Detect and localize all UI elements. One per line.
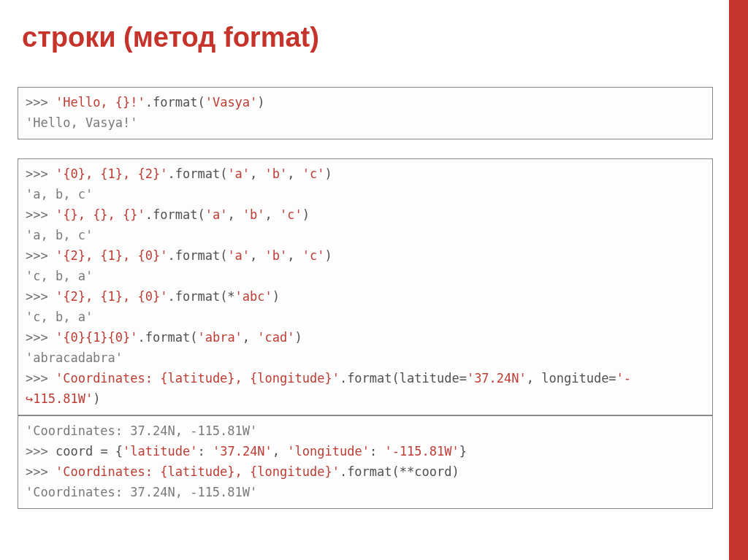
code-text: , <box>287 166 302 181</box>
code-text: , <box>250 248 264 263</box>
code-line: >>> '{0}, {1}, {2}'.format('a', 'b', 'c'… <box>26 164 705 184</box>
code-text: : <box>370 444 384 459</box>
code-string: 'Vasya' <box>205 95 258 110</box>
repl-prompt: >>> <box>26 330 56 345</box>
code-string: '{2}, {1}, {0}' <box>56 248 168 263</box>
code-text: .format( <box>138 330 198 345</box>
code-output: 'a, b, c' <box>26 225 705 245</box>
code-output: 'Coordinates: 37.24N, -115.81W' <box>26 421 705 441</box>
code-line: >>> 'Coordinates: {latitude}, {longitude… <box>26 461 705 482</box>
code-text: { <box>115 444 123 459</box>
code-output: 'Coordinates: 37.24N, -115.81W' <box>26 482 705 502</box>
code-string: 'abc' <box>235 289 272 304</box>
slide-content: строки (метод format) >>> 'Hello, {}!'.f… <box>0 0 748 509</box>
code-text: .format( <box>145 207 205 222</box>
code-text: ) <box>257 95 264 110</box>
code-string: '{0}{1}{0}' <box>56 330 138 345</box>
code-line: >>> 'Coordinates: {latitude}, {longitude… <box>26 368 705 388</box>
repl-prompt: >>> <box>26 444 56 459</box>
code-string: 'Hello, {}!' <box>56 95 145 110</box>
code-output: 'c, b, a' <box>26 266 705 286</box>
code-text: .format(* <box>167 289 234 304</box>
code-box-1: >>> 'Hello, {}!'.format('Vasya') 'Hello,… <box>18 87 713 139</box>
repl-prompt: >>> <box>26 464 56 479</box>
code-string: '{2}, {1}, {0}' <box>56 289 168 304</box>
code-string: 'c' <box>302 248 325 263</box>
code-string: '-115.81W' <box>384 444 459 459</box>
code-box-2: >>> '{0}, {1}, {2}'.format('a', 'b', 'c'… <box>18 158 713 415</box>
code-line: ↪115.81W') <box>26 388 705 409</box>
repl-prompt: >>> <box>26 248 56 263</box>
code-text: ) <box>302 207 310 222</box>
code-text: , <box>272 444 287 459</box>
code-text: .format( <box>167 166 227 181</box>
code-string: 'longitude' <box>287 444 370 459</box>
code-line: >>> coord = {'latitude': '37.24N', 'long… <box>26 441 705 461</box>
code-text: .format(**coord) <box>340 464 459 479</box>
accent-sidebar <box>729 0 748 560</box>
code-output: 'abracadabra' <box>26 348 705 368</box>
repl-prompt: >>> <box>26 371 56 386</box>
code-string: '37.24N' <box>467 371 527 386</box>
repl-prompt: >>> <box>26 95 56 110</box>
slide-title: строки (метод format) <box>22 22 713 53</box>
code-text: , longitude= <box>527 371 617 386</box>
code-string: 'abra' <box>197 330 242 345</box>
code-string: 'b' <box>265 248 288 263</box>
repl-prompt: >>> <box>26 166 56 181</box>
code-string: 'a' <box>205 207 228 222</box>
code-string: 'a' <box>227 248 250 263</box>
code-string: '- <box>617 371 631 386</box>
code-line: >>> '{2}, {1}, {0}'.format(*'abc') <box>26 286 705 307</box>
code-output: 'c, b, a' <box>26 307 705 327</box>
code-text: ) <box>93 391 100 406</box>
code-output: 'Hello, Vasya!' <box>26 112 705 133</box>
code-string: 'Coordinates: {latitude}, {longitude}' <box>56 464 340 479</box>
code-string: 'Coordinates: {latitude}, {longitude}' <box>56 371 340 386</box>
code-text: , <box>265 207 280 222</box>
code-text: = <box>100 444 115 459</box>
code-text: } <box>459 444 467 459</box>
code-string: '{}, {}, {}' <box>56 207 145 222</box>
code-string: '37.24N' <box>213 444 272 459</box>
code-text: , <box>250 166 264 181</box>
code-text: coord <box>56 444 100 459</box>
code-text: , <box>227 207 242 222</box>
code-string: '{0}, {1}, {2}' <box>56 166 168 181</box>
code-text: ) <box>272 289 280 304</box>
code-box-3: 'Coordinates: 37.24N, -115.81W' >>> coor… <box>18 415 713 509</box>
code-text: ) <box>325 248 332 263</box>
code-string: 'cad' <box>257 330 294 345</box>
code-string: 'a' <box>227 166 250 181</box>
code-string: 'c' <box>302 166 325 181</box>
code-output: 'a, b, c' <box>26 184 705 204</box>
code-string: 'c' <box>280 207 302 222</box>
code-text: ) <box>295 330 302 345</box>
code-line: >>> '{}, {}, {}'.format('a', 'b', 'c') <box>26 204 705 225</box>
code-text: , <box>243 330 257 345</box>
code-line: >>> 'Hello, {}!'.format('Vasya') <box>26 92 705 112</box>
code-text: .format( <box>145 95 205 110</box>
code-string: 115.81W' <box>33 391 93 406</box>
code-text: .format(latitude= <box>340 371 467 386</box>
code-string: 'latitude' <box>123 444 197 459</box>
code-line: >>> '{0}{1}{0}'.format('abra', 'cad') <box>26 327 705 348</box>
continuation-arrow-icon: ↪ <box>26 391 33 406</box>
code-line: >>> '{2}, {1}, {0}'.format('a', 'b', 'c'… <box>26 245 705 266</box>
repl-prompt: >>> <box>26 289 56 304</box>
code-text: .format( <box>167 248 227 263</box>
code-string: 'b' <box>243 207 265 222</box>
code-text: ) <box>325 166 332 181</box>
code-string: 'b' <box>265 166 288 181</box>
repl-prompt: >>> <box>26 207 56 222</box>
code-text: : <box>197 444 212 459</box>
code-text: , <box>287 248 302 263</box>
